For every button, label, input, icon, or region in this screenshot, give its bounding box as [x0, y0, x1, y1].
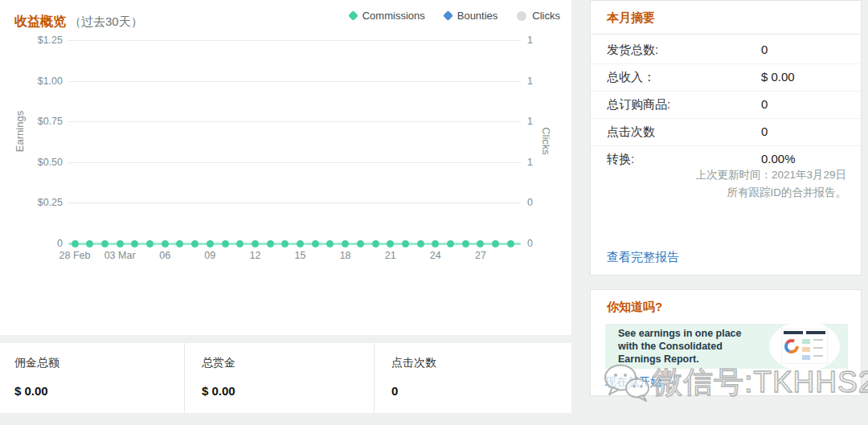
data-point: [236, 240, 244, 247]
x-axis-tick: 18: [340, 250, 351, 261]
data-point: [432, 240, 439, 247]
data-point: [101, 240, 108, 247]
report-preview-graphic: [781, 329, 828, 364]
summary-row: 点击次数0: [591, 119, 861, 146]
gridline: [68, 202, 521, 203]
page-title: 收益概览（过去30天）: [14, 8, 143, 31]
summary-row-value: 0: [761, 97, 768, 111]
gridline: [68, 81, 521, 82]
data-point: [462, 240, 469, 247]
summary-row: 总收入：$ 0.00: [591, 64, 861, 92]
last-updated-line1: 上次更新时间：2021年3月29日: [695, 169, 846, 181]
summary-row: 发货总数:0: [591, 37, 861, 64]
x-axis-tick: 06: [159, 250, 170, 261]
legend-item-clicks[interactable]: Clicks: [517, 10, 560, 22]
left-axis-tick: $0.75: [27, 116, 63, 127]
data-point: [176, 240, 183, 247]
totals-strip: 佣金总额$ 0.00总赏金$ 0.00点击次数0: [0, 343, 571, 413]
totals-label: 佣金总额: [14, 356, 184, 370]
gridline: [68, 40, 521, 41]
chart-legend: CommissionsBountiesClicks: [350, 8, 560, 22]
consolidated-earnings-banner[interactable]: See earnings in one place with the Conso…: [605, 324, 848, 369]
legend-item-commissions[interactable]: Commissions: [350, 10, 425, 22]
data-point: [357, 240, 364, 247]
summary-row-label: 总订购商品:: [607, 97, 670, 112]
chart-subtitle: （过去30天）: [69, 14, 143, 28]
data-point: [267, 240, 274, 247]
earnings-overview-card: $1.251$1.001$0.751$0.501$0.25000 Earning…: [0, 0, 571, 335]
left-axis-tick: $1.25: [27, 35, 63, 46]
right-axis-tick: 1: [527, 35, 543, 46]
data-point: [191, 240, 199, 247]
get-started-link[interactable]: 现在就开始: [605, 375, 661, 390]
data-point: [146, 240, 154, 247]
data-point: [492, 240, 499, 247]
legend-item-bounties[interactable]: Bounties: [444, 10, 498, 22]
summary-row-value: $ 0.00: [761, 70, 795, 84]
totals-label: 点击次数: [391, 356, 571, 370]
data-point: [417, 240, 424, 247]
x-axis-tick: 03 Mar: [104, 250, 136, 261]
left-axis-tick: $0.50: [27, 157, 63, 168]
x-axis-tick: 12: [249, 250, 260, 261]
data-point: [372, 240, 379, 247]
totals-value: 0: [391, 384, 571, 398]
last-updated-line2: 所有跟踪ID的合并报告。: [727, 186, 847, 198]
data-point: [72, 240, 79, 247]
did-you-know-card: 你知道吗? See earnings in one place with the…: [590, 289, 862, 396]
right-axis-title: Clicks: [540, 127, 552, 155]
summary-row-label: 发货总数:: [607, 43, 658, 58]
x-axis-tick: 24: [430, 250, 441, 261]
totals-column: 总赏金$ 0.00: [184, 343, 374, 413]
view-full-report-link[interactable]: 查看完整报告: [607, 250, 679, 265]
data-point: [477, 240, 484, 247]
report-preview-image: [769, 321, 840, 371]
data-point: [252, 240, 259, 247]
data-point: [117, 240, 124, 247]
summary-row-value: 0: [761, 43, 768, 56]
data-point: [402, 240, 409, 247]
earnings-chart[interactable]: $1.251$1.001$0.751$0.501$0.25000 Earning…: [0, 0, 571, 335]
left-axis-tick: $1.00: [27, 76, 63, 87]
totals-value: $ 0.00: [14, 384, 184, 398]
data-point: [312, 240, 319, 247]
data-point: [342, 240, 349, 247]
totals-label: 总赏金: [202, 356, 374, 370]
clicks-marker-icon: [517, 11, 526, 21]
data-point: [162, 240, 169, 247]
right-axis-tick: 0: [527, 238, 543, 249]
summary-row: 总订购商品:0: [591, 92, 861, 119]
bounties-marker-icon: [443, 10, 453, 21]
summary-title: 本月摘要: [591, 1, 861, 35]
right-axis-tick: 1: [527, 76, 543, 87]
data-point: [507, 240, 514, 247]
commissions-marker-icon: [348, 10, 358, 21]
last-updated-note: 上次更新时间：2021年3月29日 所有跟踪ID的合并报告。: [695, 166, 846, 202]
did-you-know-title: 你知道吗?: [591, 290, 861, 320]
data-point: [297, 240, 304, 247]
left-axis-title: Earnings: [14, 111, 26, 152]
x-axis-tick: 15: [295, 250, 306, 261]
summary-row-label: 总收入：: [607, 70, 655, 85]
right-axis-tick: 1: [527, 116, 543, 127]
summary-rows: 发货总数:0总收入：$ 0.00总订购商品:0点击次数0转换:0.00%: [591, 35, 861, 173]
x-axis-tick: 09: [204, 250, 215, 261]
summary-row-label: 转换:: [607, 152, 634, 167]
data-point: [131, 240, 138, 247]
right-axis-tick: 1: [527, 157, 543, 168]
legend-label: Commissions: [362, 10, 425, 22]
x-axis-tick: 28 Feb: [59, 250, 91, 261]
totals-column: 点击次数0: [374, 343, 571, 413]
data-point: [281, 240, 289, 247]
gridline: [68, 121, 521, 122]
gridline: [68, 162, 521, 163]
summary-row-value: 0: [761, 125, 768, 138]
summary-row-label: 点击次数: [607, 125, 655, 140]
totals-value: $ 0.00: [202, 384, 374, 398]
left-axis-tick: 0: [27, 238, 63, 249]
summary-row-value: 0.00%: [761, 152, 796, 166]
data-point: [387, 240, 394, 247]
data-point: [222, 240, 229, 247]
totals-column: 佣金总额$ 0.00: [0, 343, 184, 413]
banner-text: See earnings in one place with the Conso…: [605, 327, 762, 366]
